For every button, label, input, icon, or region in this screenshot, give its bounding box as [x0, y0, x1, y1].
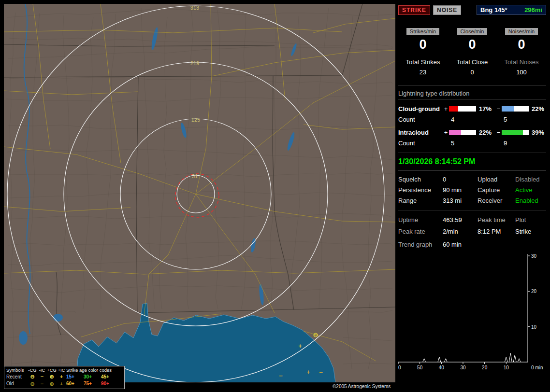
strike-symbol: +	[298, 342, 302, 350]
pos-ic-old-icon: +	[57, 381, 66, 388]
age-code-60: 60+	[66, 381, 84, 387]
upload-label: Upload	[478, 176, 515, 183]
minus-sign: −	[495, 129, 502, 136]
uptime-value: 463:59	[443, 216, 478, 224]
legend-symbols-header: Symbols	[6, 367, 28, 373]
strike-symbol: −	[319, 369, 323, 376]
strike-symbol: +	[306, 368, 310, 376]
bearing-display: Bng 145° 296mi	[477, 5, 546, 15]
trend-x-tick-label: 10	[504, 365, 509, 370]
squelch-label: Squelch	[398, 176, 443, 183]
trend-spike	[423, 359, 426, 362]
status-grid: Uptime 463:59 Peak time Plot Peak rate 2…	[398, 210, 546, 235]
age-code-75: 75+	[84, 381, 101, 387]
noises-per-min-value: 0	[497, 37, 546, 52]
peak-time-value: 8:12 PM	[478, 228, 515, 235]
trend-spike	[444, 359, 447, 362]
trend-graph-label: Trend graph	[398, 241, 443, 248]
strike-symbol: ⊖	[313, 331, 318, 338]
persistence-label: Persistence	[398, 186, 443, 194]
strike-button[interactable]: STRIKE	[398, 5, 430, 15]
datetime-display: 1/30/2026 8:14:52 PM	[398, 153, 546, 171]
total-strikes-value: 23	[398, 69, 448, 76]
cloud-ground-count-row: Count 4 5	[398, 116, 546, 123]
trend-x-tick-label: 40	[439, 365, 445, 370]
range-value: 313 mi	[443, 197, 478, 204]
age-code-90: 90+	[101, 381, 118, 387]
neg-cg-old-icon: ⊖	[28, 381, 37, 388]
neg-ic-recent-icon: −	[37, 374, 47, 380]
capture-label: Capture	[478, 186, 515, 194]
trend-y-tick-label: 30	[531, 253, 537, 259]
ic-negative-count: 9	[502, 140, 529, 147]
rate-box-close: Close/min 0 Total Close 0	[448, 28, 497, 76]
cloud-ground-label: Cloud-ground	[398, 105, 443, 112]
minus-sign: −	[495, 105, 502, 112]
intracloud-label: Intracloud	[398, 129, 443, 136]
peak-time-label: Peak time	[478, 216, 515, 224]
receiver-label: Receiver	[478, 197, 515, 204]
noise-button[interactable]: NOISE	[433, 5, 461, 15]
rate-boxes: Strikes/min 0 Total Strikes 23 Close/min…	[398, 28, 546, 76]
persistence-value: 90 min	[443, 186, 478, 194]
neg-ic-old-icon: −	[37, 381, 47, 388]
trend-x-tick-label: 20	[482, 365, 488, 370]
strike-symbol: −	[279, 372, 283, 379]
lightning-distribution-section: Lightning type distribution Cloud-ground…	[398, 85, 546, 147]
plus-sign: +	[443, 129, 449, 136]
pos-cg-old-icon: ⊕	[47, 381, 57, 388]
cg-positive-count: 4	[449, 116, 476, 123]
rate-box-noises: Noises/min 0 Total Noises 100	[497, 28, 546, 76]
distribution-row-intracloud: Intracloud + 22% − 39%	[398, 129, 546, 136]
legend-col-neg-ic: -IC	[37, 367, 47, 373]
peak-rate-label: Peak rate	[398, 228, 443, 235]
legend-col-pos-ic: +IC	[57, 367, 66, 373]
trend-graph-value: 60 min	[443, 241, 546, 248]
trend-chart-canvas: 3020106050403020100 min	[398, 252, 546, 374]
age-code-15: 15+	[66, 374, 84, 380]
noises-per-min-chip: Noises/min	[505, 28, 538, 35]
close-per-min-value: 0	[448, 37, 497, 52]
trend-x-tick-label: 50	[417, 365, 423, 370]
trend-graph-row: Trend graph 60 min	[398, 241, 546, 248]
cg-negative-pct: 22%	[529, 105, 546, 112]
uptime-label: Uptime	[398, 216, 443, 224]
age-code-30: 30+	[84, 374, 101, 380]
pos-cg-recent-icon: ⊕	[47, 374, 57, 380]
panel-top-bar: STRIKE NOISE Bng 145° 296mi	[398, 5, 546, 15]
ic-positive-count: 5	[449, 140, 476, 147]
trend-spike	[505, 357, 507, 362]
map-canvas: 313 219 125 31 ⊖++−−	[4, 4, 395, 382]
bearing-label: Bng 145°	[480, 6, 507, 14]
legend-row-old-label: Old	[6, 381, 28, 387]
total-close-label: Total Close	[448, 58, 497, 66]
total-strikes-label: Total Strikes	[398, 58, 448, 66]
receiver-status: Enabled	[515, 197, 546, 204]
squelch-value: 0	[443, 176, 478, 183]
strikes-per-min-value: 0	[398, 37, 448, 52]
trend-spike	[513, 355, 516, 362]
legend-age-header: Strike age color codes	[66, 367, 118, 373]
cg-positive-pct: 17%	[476, 105, 495, 112]
close-per-min-chip: Close/min	[457, 28, 488, 35]
status-panel: STRIKE NOISE Bng 145° 296mi Strikes/min …	[398, 5, 546, 375]
plus-sign: +	[443, 105, 449, 112]
distribution-title: Lightning type distribution	[398, 90, 546, 100]
settings-grid: Squelch 0 Upload Disabled Persistence 90…	[398, 171, 546, 210]
distribution-row-cloud-ground: Cloud-ground + 17% − 22%	[398, 105, 546, 112]
legend-col-pos-cg: +CG	[47, 367, 57, 373]
cg-negative-bar	[502, 106, 529, 112]
ic-positive-pct: 22%	[476, 129, 495, 136]
range-label: Range	[398, 197, 443, 204]
trend-chart: 3020106050403020100 min	[398, 252, 546, 375]
upload-status: Disabled	[515, 176, 546, 183]
rate-box-strikes: Strikes/min 0 Total Strikes 23	[398, 28, 448, 76]
copyright-text: ©2005 Astrogenic Systems	[333, 384, 391, 389]
plot-value: Strike	[515, 228, 546, 235]
trend-x-tick-label: 60	[398, 365, 401, 370]
trend-spike	[518, 359, 521, 362]
pos-ic-recent-icon: +	[57, 374, 66, 380]
age-code-45: 45+	[101, 374, 118, 380]
lightning-map[interactable]: 313 219 125 31 ⊖++−−	[4, 4, 395, 382]
neg-cg-recent-icon: ⊖	[28, 374, 37, 380]
